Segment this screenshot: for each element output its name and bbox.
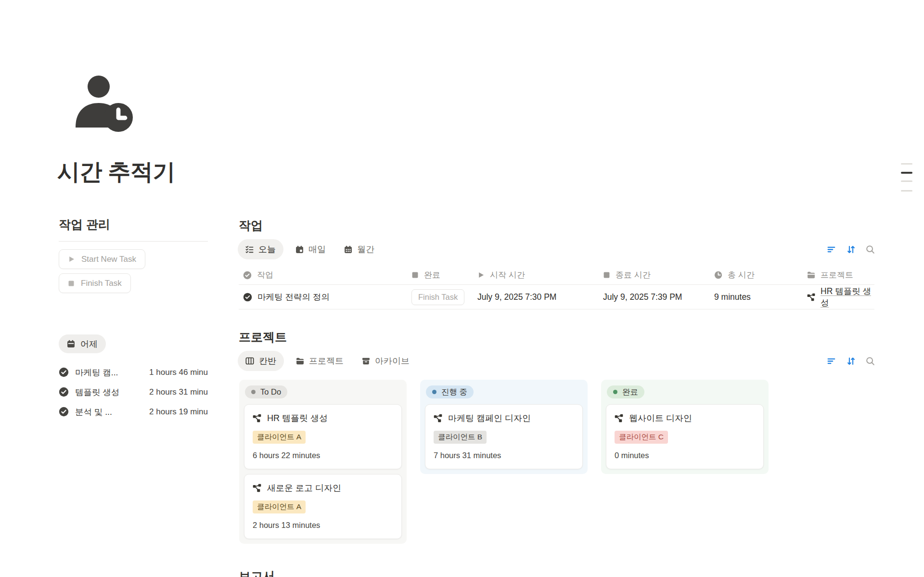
tab-monthly-label: 월간 [357,244,374,255]
kanban-card[interactable]: HR 템플릿 생성 클라이언트 A 6 hours 22 minutes [244,404,402,469]
tab-today-label: 오늘 [258,244,276,255]
tab-today[interactable]: 오늘 [238,239,283,259]
outline-indicator[interactable] [901,163,912,192]
search-icon[interactable] [866,245,875,254]
column-label: 작업 [257,269,273,281]
clock-icon [714,271,722,279]
status-badge-todo[interactable]: To Do [245,385,287,398]
relation-icon [807,293,815,301]
projects-heading: 프로젝트 [239,329,287,345]
list-item[interactable]: 템플릿 생성 2 hours 31 minu [59,382,208,402]
tasks-heading: 작업 [239,218,263,233]
outline-bar-active [901,172,912,174]
column-label: 프로젝트 [821,269,853,281]
list-item[interactable]: 분석 및 ... 2 hours 19 minu [59,402,208,422]
tab-daily[interactable]: 매일 [289,239,332,259]
yesterday-button[interactable]: 어제 [59,334,106,353]
kanban-card[interactable]: 새로운 로고 디자인 클라이언트 A 2 hours 13 minutes [244,474,402,539]
tasks-table-header: 작업 완료 시작 시간 종료 시간 [239,266,874,285]
status-dot [613,390,617,394]
page: 시간 추적기 작업 관리 Start New Task Finish Task [0,0,924,577]
column-label: 시작 시간 [490,269,525,281]
checklist-icon [245,245,254,254]
kanban-column-done: 완료 웹사이트 디자인 클라이언트 C 0 minutes [601,380,769,474]
card-title: HR 템플릿 생성 [267,412,328,424]
sidebar-heading: 작업 관리 [59,217,208,232]
kanban-column-in-progress: 진행 중 마케팅 캠페인 디자인 클라이언트 B 7 hours 31 minu… [420,380,588,474]
projects-view-actions [827,357,875,366]
tab-projects[interactable]: 프로젝트 [290,351,350,371]
status-badge-done[interactable]: 완료 [607,385,644,398]
calendar-icon [67,340,75,348]
calendar-icon [295,245,304,254]
task-label: 템플릿 생성 [75,386,119,398]
relation-icon [434,414,442,423]
relation-icon [253,414,261,423]
tab-monthly[interactable]: 월간 [338,239,381,259]
relation-icon [253,484,261,492]
person-with-clock-icon[interactable] [68,74,138,134]
card-time: 0 minutes [615,451,755,460]
status-badge-in-progress[interactable]: 진행 중 [426,385,474,398]
card-title: 새로운 로고 디자인 [267,482,341,494]
check-circle-icon [59,367,69,377]
status-dot [432,390,436,394]
relation-icon [615,414,623,423]
card-time: 6 hours 22 minutes [253,451,393,460]
finish-task-label: Finish Task [81,279,122,288]
column-header-total-time[interactable]: 총 시간 [710,269,803,281]
outline-bar [901,180,912,182]
finish-task-row-button[interactable]: Finish Task [411,289,464,305]
outline-bar [901,163,912,165]
list-item[interactable]: 마케팅 캠... 1 hours 46 minu [59,362,208,382]
check-circle-icon [243,293,252,302]
row-complete-cell: Finish Task [407,289,473,305]
yesterday-section: 어제 마케팅 캠... 1 hours 46 minu 템플릿 생성 2 hou… [59,334,208,422]
start-new-task-button[interactable]: Start New Task [59,249,145,269]
filter-icon[interactable] [827,357,836,366]
play-icon [68,256,75,263]
check-circle-icon [243,271,252,280]
task-label: 분석 및 ... [75,406,112,418]
project-link[interactable]: HR 템플릿 생성 [821,285,874,308]
row-total-time-cell: 9 minutes [710,292,803,302]
status-label: To Do [260,387,281,397]
client-tag: 클라이언트 A [253,431,306,444]
tab-kanban-label: 칸반 [259,355,276,367]
sort-icon[interactable] [847,245,856,254]
folder-icon [296,357,304,365]
client-tag: 클라이언트 A [253,500,306,513]
row-project-cell: HR 템플릿 생성 [803,285,874,308]
row-end-time-cell: July 9, 2025 7:39 PM [599,292,710,302]
page-title: 시간 추적기 [57,157,175,187]
task-time: 2 hours 19 minu [149,407,208,417]
tab-archive[interactable]: 아카이브 [356,351,416,371]
sort-icon[interactable] [847,357,856,366]
column-header-task[interactable]: 작업 [239,269,407,281]
table-row[interactable]: 마케팅 전략의 정의 Finish Task July 9, 2025 7:30… [239,285,874,309]
square-icon [603,271,610,279]
column-header-start-time[interactable]: 시작 시간 [473,269,599,281]
status-dot [251,390,256,394]
check-circle-icon [59,407,69,417]
outline-bar [901,190,912,192]
filter-icon[interactable] [827,245,836,254]
column-header-end-time[interactable]: 종료 시간 [599,269,710,281]
row-task-cell[interactable]: 마케팅 전략의 정의 [239,291,407,303]
search-icon[interactable] [866,357,875,366]
kanban-card[interactable]: 웹사이트 디자인 클라이언트 C 0 minutes [606,404,764,469]
kanban-card[interactable]: 마케팅 캠페인 디자인 클라이언트 B 7 hours 31 minutes [425,404,583,469]
reports-heading: 보고서 [239,568,275,577]
column-header-complete[interactable]: 완료 [407,269,473,281]
yesterday-label: 어제 [80,338,98,350]
column-label: 총 시간 [728,269,755,281]
start-new-task-label: Start New Task [81,255,136,264]
client-tag: 클라이언트 C [615,431,668,444]
tasks-table: 작업 완료 시작 시간 종료 시간 [239,266,874,309]
status-label: 진행 중 [441,387,467,397]
divider [59,241,208,242]
column-header-project[interactable]: 프로젝트 [803,269,874,281]
projects-view-tabs: 칸반 프로젝트 아카이브 [238,351,875,371]
finish-task-button[interactable]: Finish Task [59,273,131,293]
tab-kanban[interactable]: 칸반 [238,351,284,371]
